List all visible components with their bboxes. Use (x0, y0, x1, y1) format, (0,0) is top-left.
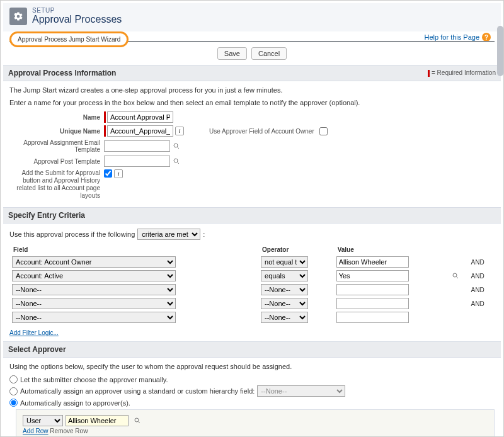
svg-point-2 (174, 159, 178, 162)
add-row-link[interactable]: Add Row (23, 428, 49, 434)
save-button[interactable]: Save (217, 47, 247, 60)
radio-manual[interactable] (9, 375, 18, 383)
section-title-info: Approval Process Information (8, 69, 116, 77)
lookup-icon[interactable] (450, 271, 461, 281)
lookup-icon[interactable] (171, 141, 181, 151)
approver-intro: Using the options below, specify the use… (9, 363, 495, 370)
help-icon[interactable]: ? (482, 33, 491, 42)
info-icon[interactable]: i (114, 169, 123, 178)
section-title-approver: Select Approver (8, 345, 66, 354)
field-select[interactable]: --None-- (12, 298, 176, 309)
criteria-table: Field Operator Value Account: Account Ow… (9, 244, 495, 325)
svg-point-0 (174, 144, 178, 147)
remove-row-text: Remove Row (50, 428, 88, 434)
operator-select[interactable]: equals (261, 270, 308, 281)
operator-select[interactable]: --None-- (261, 312, 308, 323)
add-submit-checkbox[interactable] (104, 169, 112, 178)
conj-label: AND (470, 270, 493, 282)
svg-line-1 (178, 147, 180, 149)
svg-point-4 (453, 273, 457, 277)
page-title: Approval Processes (32, 14, 122, 25)
value-input[interactable] (336, 270, 409, 281)
operator-select[interactable]: --None-- (261, 284, 308, 295)
page-header: SETUP Approval Processes (3, 3, 501, 31)
unique-name-input[interactable] (107, 125, 173, 137)
gear-icon (9, 8, 27, 25)
label-unique-name: Unique Name (9, 128, 104, 135)
radio-hierarchy[interactable] (9, 387, 18, 395)
criteria-mode-select[interactable]: criteria are met (137, 229, 200, 240)
value-input[interactable] (336, 284, 409, 295)
label-hierarchy: Automatically assign an approver using a… (20, 387, 255, 395)
lookup-icon[interactable] (132, 416, 142, 426)
label-add-submit: Add the Submit for Approval button and A… (9, 169, 104, 200)
operator-select[interactable]: not equal to (261, 256, 308, 268)
setup-label: SETUP (32, 7, 122, 14)
label-use-approver-field: Use Approver Field of Account Owner (209, 128, 314, 135)
field-select[interactable]: --None-- (12, 312, 176, 323)
add-filter-logic-link[interactable]: Add Filter Logic... (9, 329, 59, 336)
approver-user-input[interactable] (66, 415, 129, 426)
conj-label: AND (470, 256, 493, 268)
intro-line-2: Enter a name for your process in the box… (9, 99, 495, 106)
col-value: Value (335, 245, 447, 254)
wizard-badge: Approval Process Jump Start Wizard (9, 31, 129, 47)
criteria-row: --None-- --None-- AND (11, 297, 493, 310)
svg-point-6 (135, 418, 139, 422)
post-template-input[interactable] (104, 156, 170, 167)
approver-type-select[interactable]: User (23, 415, 63, 426)
conj-label: AND (470, 283, 493, 296)
email-template-input[interactable] (104, 140, 170, 152)
value-input[interactable] (336, 312, 409, 323)
criteria-row: --None-- --None-- (11, 311, 493, 324)
name-input[interactable] (107, 111, 173, 123)
conj-label: AND (470, 297, 493, 310)
intro-line-1: The Jump Start wizard creates a one-step… (9, 86, 495, 94)
cancel-button[interactable]: Cancel (251, 47, 287, 60)
hierarchy-select[interactable]: --None-- (257, 385, 345, 397)
value-input[interactable] (336, 298, 409, 309)
field-select[interactable]: Account: Account Owner (12, 256, 176, 268)
svg-line-5 (456, 277, 458, 279)
operator-select[interactable]: --None-- (261, 298, 308, 309)
conj-label (470, 311, 493, 324)
value-input[interactable] (336, 256, 409, 268)
criteria-row: Account: Active equals AND (11, 270, 493, 282)
label-manual: Let the submitter choose the approver ma… (20, 376, 168, 383)
criteria-row: Account: Account Owner not equal to AND (11, 256, 493, 268)
svg-line-3 (178, 162, 180, 164)
use-approver-field-checkbox[interactable] (319, 127, 328, 135)
field-select[interactable]: --None-- (12, 284, 176, 295)
label-auto: Automatically assign to approver(s). (20, 399, 130, 407)
required-info-label: = Required Information (428, 69, 496, 77)
label-email-template: Approval Assignment Email Template (9, 139, 104, 153)
radio-auto[interactable] (9, 399, 18, 407)
col-field: Field (11, 245, 258, 254)
label-name: Name (9, 114, 104, 121)
field-select[interactable]: Account: Active (12, 270, 176, 281)
label-post-template: Approval Post Template (9, 158, 104, 165)
section-title-criteria: Specify Entry Criteria (8, 211, 85, 220)
col-operator: Operator (260, 245, 334, 254)
lookup-icon[interactable] (171, 156, 181, 166)
svg-line-7 (139, 422, 140, 424)
criteria-lead-in: Use this approval process if the followi… (9, 230, 135, 238)
info-icon[interactable]: i (175, 127, 184, 135)
approver-assignment-box: User Add Row Remove Row When multiple ap… (16, 409, 495, 436)
help-link[interactable]: Help for this Page (425, 33, 479, 41)
criteria-row: --None-- --None-- AND (11, 283, 493, 296)
